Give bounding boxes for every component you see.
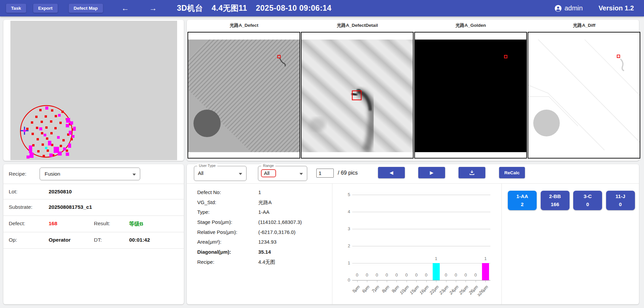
forward-arrow-icon[interactable]: → xyxy=(149,4,157,12)
recipe-label: Recipe: xyxy=(9,171,26,177)
defect-dot xyxy=(72,135,74,138)
defect-dot xyxy=(45,107,48,110)
user-avatar-icon xyxy=(554,5,562,12)
x-axis-tick xyxy=(466,281,466,282)
x-axis-tick-label: 16μm xyxy=(419,284,430,296)
type-count: 2 xyxy=(521,201,524,207)
divider xyxy=(3,248,184,249)
defect-dot xyxy=(61,111,64,113)
recipe-row: Recipe: Fusion xyxy=(3,164,184,184)
divider xyxy=(187,183,639,184)
detail-row: Type:1-AA xyxy=(197,207,331,218)
defect-dot xyxy=(49,153,53,157)
x-axis-tick xyxy=(485,281,486,282)
defect-dot xyxy=(37,150,40,152)
export-button[interactable]: Export xyxy=(33,4,58,13)
user-type-select[interactable]: User Type All xyxy=(194,166,247,181)
defect-details: Defect No:1VG_Std:光路AType:1-AAStage Pos(… xyxy=(197,188,331,267)
chevron-down-icon xyxy=(300,173,303,175)
defect-dot xyxy=(32,144,35,146)
x-axis-tick xyxy=(416,281,417,282)
x-axis-tick xyxy=(396,281,397,282)
defect-dot xyxy=(42,143,44,146)
detail-label: VG_Std: xyxy=(197,199,216,205)
defect-dot xyxy=(43,155,45,157)
prev-pic-button[interactable]: ◀ xyxy=(378,167,405,178)
image-label: 光路A_DefectDetail xyxy=(301,22,414,30)
info-row: Defect:168Result:等级B xyxy=(3,215,184,232)
pic-index-input[interactable] xyxy=(316,169,334,178)
defect-image-canvas xyxy=(188,40,300,152)
image-label: 光路A_Diff xyxy=(528,22,641,30)
defect-dot xyxy=(41,132,43,134)
detail-label: Defect No: xyxy=(197,189,221,195)
next-pic-button[interactable]: ▶ xyxy=(418,167,445,178)
histogram-bar xyxy=(433,263,440,280)
defect-map-button[interactable]: Defect Map xyxy=(69,4,103,13)
bar-value-label: 0 xyxy=(420,272,433,278)
type-button-11-j[interactable]: 11-J0 xyxy=(606,191,635,210)
x-axis-tick xyxy=(456,281,456,282)
histogram-bar xyxy=(482,263,489,280)
detail-value: 1 xyxy=(258,189,261,195)
detail-value: 1-AA xyxy=(258,209,269,215)
detail-label: Relative Pos(μm): xyxy=(197,229,237,235)
detail-row: Area(μm²):1234.93 xyxy=(197,237,331,247)
gridline xyxy=(352,195,490,195)
info-value: 00:01:42 xyxy=(129,237,150,243)
user-menu[interactable]: admin xyxy=(554,4,583,12)
defect-dot xyxy=(50,120,52,123)
image-diff[interactable] xyxy=(528,32,640,159)
detail-label: Area(μm²): xyxy=(197,239,221,245)
type-count: 0 xyxy=(586,201,589,207)
bar-value-label: 0 xyxy=(469,272,482,278)
image-defect-detail[interactable] xyxy=(301,32,414,159)
info-label: Result: xyxy=(94,221,110,227)
task-button[interactable]: Task xyxy=(6,4,26,13)
type-count: 0 xyxy=(619,201,622,207)
defect-dot xyxy=(32,133,34,135)
download-icon xyxy=(469,170,475,176)
defect-dot xyxy=(45,126,48,129)
defect-dot xyxy=(45,147,47,149)
info-label: Defect: xyxy=(9,221,25,227)
bar-value-label: 1 xyxy=(479,256,492,261)
type-button-3-c[interactable]: 3-C0 xyxy=(573,191,602,210)
download-button[interactable] xyxy=(459,167,485,178)
x-axis-tick xyxy=(387,281,387,282)
optical-images-card: 光路A_Defect光路A_DefectDetail光路A_Golden光路A_… xyxy=(187,20,639,161)
info-value: 168 xyxy=(49,221,57,227)
x-axis-tick xyxy=(436,281,436,282)
y-axis-tick-label: 1 xyxy=(342,260,350,265)
image-defect[interactable] xyxy=(187,32,300,159)
recalc-button[interactable]: ReCalc xyxy=(499,167,525,178)
type-count: 166 xyxy=(551,201,559,207)
defect-dot xyxy=(63,147,66,150)
recipe-select[interactable]: Fusion xyxy=(40,168,140,180)
defect-dot xyxy=(47,149,49,152)
x-axis-tick xyxy=(446,281,446,282)
type-button-1-aa[interactable]: 1-AA2 xyxy=(508,191,537,210)
defect-dot xyxy=(69,131,72,135)
gridline xyxy=(352,246,490,246)
pic-total-label: / 69 pics xyxy=(338,170,358,176)
type-button-2-bb[interactable]: 2-BB166 xyxy=(541,191,570,210)
defect-dot xyxy=(39,109,42,111)
detail-value: 光路A xyxy=(258,199,272,206)
recipe-select-value: Fusion xyxy=(45,171,60,177)
x-axis-tick-label: 15μm xyxy=(409,284,420,296)
wafer-map[interactable] xyxy=(10,21,177,160)
defect-dot xyxy=(30,152,34,158)
detail-label: Diagonal(μm): xyxy=(197,249,231,255)
image-golden[interactable] xyxy=(414,32,527,159)
defect-dot xyxy=(55,115,57,117)
gridline xyxy=(352,263,490,263)
back-arrow-icon[interactable]: ← xyxy=(121,4,129,12)
defect-dot xyxy=(45,115,47,118)
defect-dot xyxy=(66,152,69,156)
bar-value-label: 1 xyxy=(429,256,443,261)
range-select[interactable]: Range All xyxy=(258,166,307,181)
x-axis-tick xyxy=(426,281,427,282)
info-label: DT: xyxy=(94,237,102,243)
detail-label: Recipe: xyxy=(197,259,214,265)
